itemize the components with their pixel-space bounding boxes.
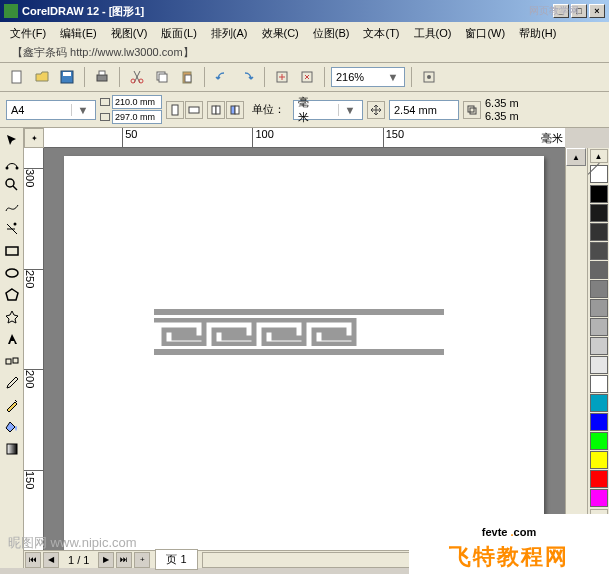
add-page-button[interactable]: +	[134, 552, 150, 568]
menu-edit[interactable]: 编辑(E)	[54, 24, 103, 43]
blend-tool[interactable]	[1, 350, 23, 372]
page-height-input[interactable]	[112, 110, 162, 124]
svg-point-14	[427, 75, 431, 79]
eyedropper-tool[interactable]	[1, 372, 23, 394]
color-swatch[interactable]	[590, 394, 608, 412]
shape-tool[interactable]	[1, 152, 23, 174]
menu-effects[interactable]: 效果(C)	[256, 24, 305, 43]
page-width-input[interactable]	[112, 95, 162, 109]
menu-text[interactable]: 文本(T)	[357, 24, 405, 43]
svg-rect-22	[470, 108, 476, 114]
chevron-down-icon[interactable]: ▼	[71, 104, 91, 116]
paste-button[interactable]	[176, 66, 198, 88]
zoom-tool[interactable]	[1, 174, 23, 196]
svg-rect-17	[212, 106, 216, 114]
greek-key-pattern[interactable]	[154, 306, 444, 358]
svg-rect-8	[159, 74, 167, 82]
color-swatch[interactable]	[590, 413, 608, 431]
ruler-tick: 200	[24, 369, 43, 388]
vertical-ruler[interactable]: 300 250 200 150	[24, 148, 44, 550]
snap-button[interactable]	[418, 66, 440, 88]
brand-name-cn: 飞特教程网	[449, 542, 569, 572]
zoom-combo[interactable]: ▼	[331, 67, 405, 87]
ellipse-tool[interactable]	[1, 262, 23, 284]
menu-tools[interactable]: 工具(O)	[408, 24, 458, 43]
save-button[interactable]	[56, 66, 78, 88]
svg-rect-20	[235, 106, 239, 114]
portrait-button[interactable]	[166, 101, 184, 119]
close-button[interactable]: ×	[589, 4, 605, 18]
color-swatch[interactable]	[590, 337, 608, 355]
outline-tool[interactable]	[1, 394, 23, 416]
vertical-scrollbar[interactable]: ▲ ▼	[565, 148, 587, 550]
next-page-button[interactable]: ▶	[98, 552, 114, 568]
pick-tool[interactable]	[1, 130, 23, 152]
canvas-area[interactable]	[44, 148, 565, 550]
horizontal-ruler[interactable]: 50 100 150 毫米	[44, 128, 565, 148]
ruler-tick: 100	[252, 128, 273, 147]
color-swatch[interactable]	[590, 204, 608, 222]
freehand-tool[interactable]	[1, 196, 23, 218]
color-swatch[interactable]	[590, 356, 608, 374]
page-tab[interactable]: 页 1	[155, 549, 197, 570]
menu-view[interactable]: 视图(V)	[105, 24, 154, 43]
pages-diff-button[interactable]	[226, 101, 244, 119]
first-page-button[interactable]: ⏮	[25, 552, 41, 568]
chevron-down-icon[interactable]: ▼	[338, 104, 358, 116]
svg-point-28	[6, 269, 18, 277]
redo-button[interactable]	[236, 66, 258, 88]
color-swatch[interactable]	[590, 375, 608, 393]
svg-rect-27	[6, 247, 18, 255]
smart-draw-tool[interactable]	[1, 218, 23, 240]
open-button[interactable]	[31, 66, 53, 88]
print-button[interactable]	[91, 66, 113, 88]
export-button[interactable]	[296, 66, 318, 88]
color-swatch[interactable]	[590, 280, 608, 298]
cut-button[interactable]	[126, 66, 148, 88]
pages-same-button[interactable]	[207, 101, 225, 119]
zoom-input[interactable]	[336, 71, 386, 83]
interactive-fill-tool[interactable]	[1, 438, 23, 460]
color-swatch[interactable]	[590, 451, 608, 469]
prev-page-button[interactable]: ◀	[43, 552, 59, 568]
scroll-up-button[interactable]: ▲	[566, 148, 586, 166]
nudge-combo[interactable]: 2.54 mm	[389, 100, 459, 120]
menu-window[interactable]: 窗口(W)	[459, 24, 511, 43]
menu-link[interactable]: 【鑫宇条码 http://www.lw3000.com】	[12, 45, 194, 60]
color-swatch[interactable]	[590, 432, 608, 450]
color-swatch[interactable]	[590, 299, 608, 317]
color-swatch[interactable]	[590, 489, 608, 507]
menu-layout[interactable]: 版面(L)	[155, 24, 202, 43]
palette-up-button[interactable]: ▲	[590, 149, 608, 163]
unit-combo[interactable]: 毫米 ▼	[293, 100, 363, 120]
copy-button[interactable]	[151, 66, 173, 88]
polygon-tool[interactable]	[1, 284, 23, 306]
color-swatch[interactable]	[590, 185, 608, 203]
fill-tool[interactable]	[1, 416, 23, 438]
no-color-swatch[interactable]	[590, 165, 608, 183]
landscape-button[interactable]	[185, 101, 203, 119]
text-tool[interactable]	[1, 328, 23, 350]
document-page[interactable]	[64, 156, 544, 550]
ruler-tick: 300	[24, 168, 43, 187]
chevron-down-icon[interactable]: ▼	[386, 71, 400, 83]
color-swatch[interactable]	[590, 470, 608, 488]
color-swatch[interactable]	[590, 318, 608, 336]
import-button[interactable]	[271, 66, 293, 88]
svg-point-23	[5, 167, 8, 170]
shapes-tool[interactable]	[1, 306, 23, 328]
undo-button[interactable]	[211, 66, 233, 88]
color-swatch[interactable]	[590, 261, 608, 279]
rectangle-tool[interactable]	[1, 240, 23, 262]
menu-file[interactable]: 文件(F)	[4, 24, 52, 43]
color-swatch[interactable]	[590, 242, 608, 260]
new-button[interactable]	[6, 66, 28, 88]
menu-arrange[interactable]: 排列(A)	[205, 24, 254, 43]
ruler-origin[interactable]: ✦	[24, 128, 44, 148]
menu-bitmap[interactable]: 位图(B)	[307, 24, 356, 43]
paper-size-combo[interactable]: A4 ▼	[6, 100, 96, 120]
color-swatch[interactable]	[590, 223, 608, 241]
svg-rect-10	[185, 75, 191, 82]
last-page-button[interactable]: ⏭	[116, 552, 132, 568]
menu-help[interactable]: 帮助(H)	[513, 24, 562, 43]
